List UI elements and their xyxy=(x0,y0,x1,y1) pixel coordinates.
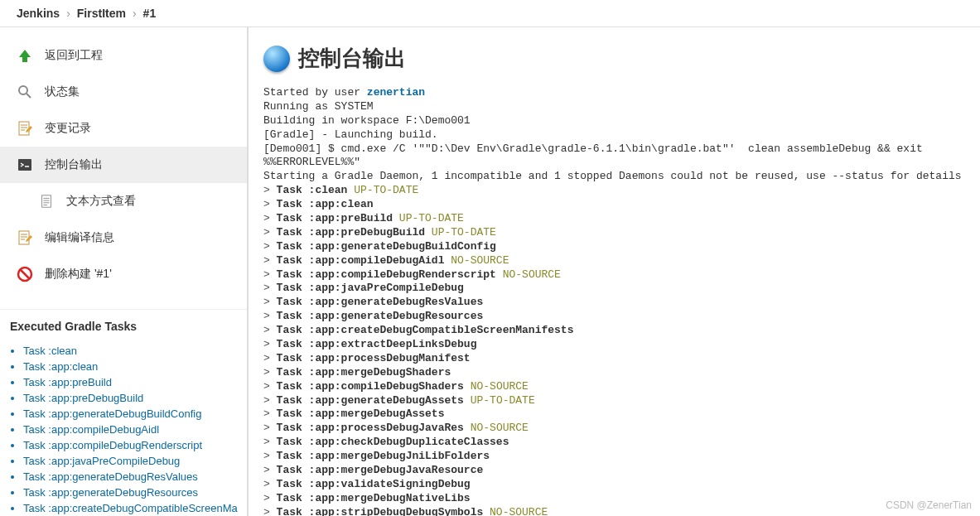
nav-item[interactable]: 编辑编译信息 xyxy=(0,219,247,256)
svg-rect-2 xyxy=(19,122,29,135)
console-task-line: > Task :app:processDebugManifest xyxy=(263,352,965,366)
task-status: NO-SOURCE xyxy=(451,254,509,267)
terminal-icon xyxy=(15,155,35,175)
nav-item[interactable]: 控制台输出 xyxy=(0,147,247,183)
console-task-line: > Task :app:generateDebugAssets UP-TO-DA… xyxy=(263,394,965,408)
nav-item-label: 文本方式查看 xyxy=(66,194,136,209)
nav-item[interactable]: 返回到工程 xyxy=(0,37,247,74)
doc-icon xyxy=(36,191,56,211)
breadcrumb-item[interactable]: Jenkins xyxy=(10,7,66,20)
console-task-line: > Task :clean UP-TO-DATE xyxy=(263,184,965,198)
up-arrow-icon xyxy=(15,46,35,65)
svg-line-7 xyxy=(21,270,30,279)
no-entry-icon xyxy=(15,264,35,284)
console-task-line: > Task :app:checkDebugDuplicateClasses xyxy=(263,436,965,450)
executed-task-link[interactable]: Task :app:preDebugBuild xyxy=(23,390,239,406)
sidebar: 返回到工程状态集变更记录控制台输出文本方式查看编辑编译信息删除构建 '#1' E… xyxy=(0,27,249,516)
page-title: 控制台输出 xyxy=(298,44,406,73)
executed-tasks-list: Task :cleanTask :app:cleanTask :app:preB… xyxy=(0,340,247,516)
build-status-orb-icon xyxy=(263,46,290,72)
executed-task-link[interactable]: Task :clean xyxy=(23,343,239,359)
nav-list: 返回到工程状态集变更记录控制台输出文本方式查看编辑编译信息删除构建 '#1' xyxy=(0,27,247,302)
executed-task-link[interactable]: Task :app:generateDebugResValues xyxy=(23,469,239,485)
task-status: UP-TO-DATE xyxy=(399,212,464,224)
task-status: UP-TO-DATE xyxy=(432,226,496,239)
nav-item-label: 删除构建 '#1' xyxy=(45,267,112,282)
console-task-line: > Task :app:createDebugCompatibleScreenM… xyxy=(263,324,965,338)
doc-pencil-icon xyxy=(15,228,35,248)
watermark: CSDN @ZenerTian xyxy=(886,499,972,511)
task-status: UP-TO-DATE xyxy=(471,394,535,407)
svg-rect-5 xyxy=(19,231,29,244)
console-task-line: > Task :app:compileDebugAidl NO-SOURCE xyxy=(263,254,965,268)
console-task-line: > Task :app:compileDebugRenderscript NO-… xyxy=(263,268,965,282)
task-status: NO-SOURCE xyxy=(503,268,561,281)
console-task-line: > Task :app:javaPreCompileDebug xyxy=(263,282,965,296)
executed-task-link[interactable]: Task :app:generateDebugBuildConfig xyxy=(23,406,239,422)
nav-item[interactable]: 删除构建 '#1' xyxy=(0,256,247,292)
executed-task-link[interactable]: Task :app:javaPreCompileDebug xyxy=(23,453,239,469)
task-status: NO-SOURCE xyxy=(490,506,548,516)
console-task-line: > Task :app:preBuild UP-TO-DATE xyxy=(263,212,965,226)
nav-item-label: 变更记录 xyxy=(45,121,91,136)
nav-item-label: 编辑编译信息 xyxy=(45,230,114,245)
console-task-line: > Task :app:preDebugBuild UP-TO-DATE xyxy=(263,226,965,240)
executed-tasks-header: Executed Gradle Tasks xyxy=(0,309,247,340)
breadcrumb: Jenkins › FirstItem › #1 xyxy=(0,0,980,27)
nav-item-label: 状态集 xyxy=(45,84,80,99)
main-content: 控制台输出 Started by user zenertian Running … xyxy=(249,27,980,516)
doc-pencil-icon xyxy=(15,118,35,138)
breadcrumb-item[interactable]: FirstItem xyxy=(70,7,133,20)
nav-item-label: 返回到工程 xyxy=(45,48,103,63)
console-task-line: > Task :app:mergeDebugJniLibFolders xyxy=(263,450,965,464)
console-task-line: > Task :app:stripDebugDebugSymbols NO-SO… xyxy=(263,506,965,516)
console-task-line: > Task :app:generateDebugBuildConfig xyxy=(263,240,965,254)
nav-item[interactable]: 状态集 xyxy=(0,74,247,110)
console-task-line: > Task :app:mergeDebugAssets xyxy=(263,407,965,422)
task-status: UP-TO-DATE xyxy=(354,184,418,196)
nav-item-label: 控制台输出 xyxy=(45,157,103,172)
console-task-line: > Task :app:extractDeepLinksDebug xyxy=(263,338,965,352)
nav-item[interactable]: 变更记录 xyxy=(0,110,247,147)
executed-task-link[interactable]: Task :app:clean xyxy=(23,359,239,374)
svg-rect-4 xyxy=(42,195,51,207)
svg-line-1 xyxy=(27,94,31,98)
console-task-line: > Task :app:mergeDebugNativeLibs xyxy=(263,492,965,506)
executed-task-link[interactable]: Task :app:createDebugCompatibleScreenMan… xyxy=(23,500,239,516)
search-icon xyxy=(15,82,35,102)
executed-task-link[interactable]: Task :app:compileDebugRenderscript xyxy=(23,437,239,453)
console-output: Started by user zenertian Running as SYS… xyxy=(263,86,965,516)
executed-task-link[interactable]: Task :app:generateDebugResources xyxy=(23,485,239,500)
nav-subitem[interactable]: 文本方式查看 xyxy=(0,183,247,219)
console-task-line: > Task :app:generateDebugResValues xyxy=(263,296,965,310)
task-status: NO-SOURCE xyxy=(471,422,529,434)
executed-task-link[interactable]: Task :app:compileDebugAidl xyxy=(23,422,239,437)
task-status: NO-SOURCE xyxy=(471,380,529,393)
svg-rect-3 xyxy=(18,159,31,171)
executed-task-link[interactable]: Task :app:preBuild xyxy=(23,374,239,390)
user-link[interactable]: zenertian xyxy=(367,86,425,99)
page-title-row: 控制台输出 xyxy=(263,44,965,73)
console-task-line: > Task :app:compileDebugShaders NO-SOURC… xyxy=(263,380,965,394)
console-task-line: > Task :app:clean xyxy=(263,198,965,212)
svg-point-0 xyxy=(19,86,27,94)
console-task-line: > Task :app:generateDebugResources xyxy=(263,310,965,324)
console-task-line: > Task :app:processDebugJavaRes NO-SOURC… xyxy=(263,422,965,436)
console-task-line: > Task :app:mergeDebugJavaResource xyxy=(263,464,965,478)
console-task-line: > Task :app:mergeDebugShaders xyxy=(263,366,965,380)
console-task-line: > Task :app:validateSigningDebug xyxy=(263,478,965,492)
breadcrumb-item[interactable]: #1 xyxy=(137,7,163,20)
